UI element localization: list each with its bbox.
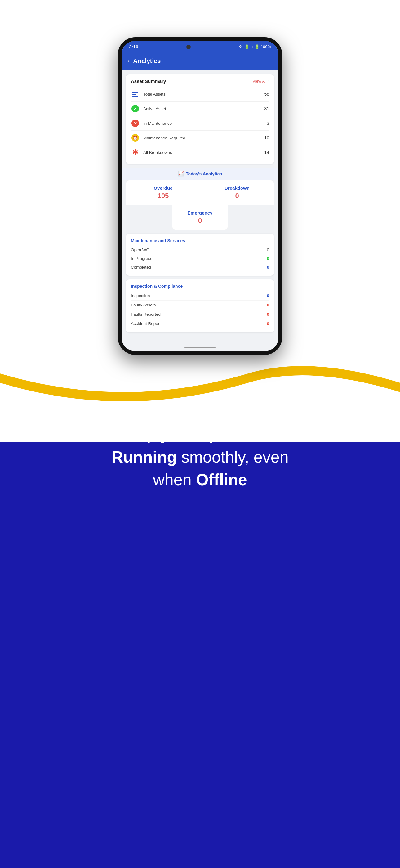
active-asset-label: Active Asset — [143, 106, 264, 111]
marketing-line2-bold: Running — [111, 448, 177, 466]
open-wo-label: Open WO — [131, 247, 149, 252]
maintenance-section: Maintenance and Services Open WO 0 In Pr… — [126, 234, 274, 276]
battery-percent: + 🔋 100% — [251, 44, 271, 49]
status-icons: ✈ 🔋 + 🔋 100% — [239, 44, 271, 49]
asset-summary-card: Asset Summary View All › — [126, 74, 274, 164]
emergency-card: Emergency 0 — [172, 205, 228, 230]
in-maintenance-label: In Maintenance — [143, 121, 267, 126]
total-assets-label: Total Assets — [143, 92, 264, 97]
list-icon — [131, 90, 139, 98]
in-progress-value: 0 — [267, 256, 269, 261]
maintenance-title: Maintenance and Services — [131, 238, 269, 243]
home-bar — [185, 347, 215, 348]
status-time: 2:10 — [129, 44, 138, 49]
breakdown-card: Breakdown 0 — [200, 180, 274, 205]
overdue-label: Overdue — [131, 185, 195, 191]
overdue-card: Overdue 105 — [126, 180, 200, 205]
insp-row-accident: Accident Report 0 — [131, 319, 269, 328]
in-progress-label: In Progress — [131, 256, 152, 261]
asterisk-icon: ✱ — [131, 148, 139, 157]
page-title: Analytics — [133, 57, 161, 65]
home-indicator — [122, 342, 278, 351]
inspection-value: 0 — [267, 293, 269, 298]
stats-grid: Overdue 105 Breakdown 0 — [126, 180, 274, 205]
asset-row-required: ⏰ Maintenance Required 10 — [131, 131, 269, 145]
emergency-label: Emergency — [182, 210, 218, 215]
active-asset-value: 31 — [264, 106, 269, 111]
asset-summary-title: Asset Summary — [131, 79, 166, 84]
marketing-line1-normal: Keep your — [119, 425, 197, 443]
marketing-text: Keep your Operations Running smoothly, e… — [111, 423, 288, 491]
insp-row-inspection: Inspection 0 — [131, 291, 269, 301]
completed-value: 0 — [267, 265, 269, 270]
inspection-label: Inspection — [131, 293, 150, 298]
maintenance-required-label: Maintenance Required — [143, 136, 264, 140]
maint-row-completed: Completed 0 — [131, 263, 269, 271]
x-icon: ✕ — [131, 119, 139, 128]
accident-report-label: Accident Report — [131, 321, 161, 326]
asset-row-maintenance: ✕ In Maintenance 3 — [131, 116, 269, 131]
marketing-line3-bold: Offline — [196, 471, 247, 489]
analytics-icon: 📈 — [178, 171, 184, 177]
insp-row-faults: Faults Reported 0 — [131, 310, 269, 319]
completed-label: Completed — [131, 265, 151, 270]
insp-row-faulty: Faulty Assets 0 — [131, 301, 269, 310]
check-icon: ✓ — [131, 104, 139, 113]
chevron-right-icon: › — [268, 79, 269, 84]
analytics-banner-label: Today's Analytics — [186, 172, 222, 176]
maint-row-open: Open WO 0 — [131, 246, 269, 254]
status-bar: 2:10 ✈ 🔋 + 🔋 100% — [122, 41, 278, 53]
overdue-value: 105 — [131, 192, 195, 200]
breakdown-label: Breakdown — [205, 185, 269, 191]
nav-bar: ‹ Analytics — [122, 53, 278, 70]
airplane-icon: ✈ — [239, 44, 242, 49]
breakdown-value: 0 — [205, 192, 269, 200]
camera-dot — [186, 45, 191, 49]
accident-report-value: 0 — [267, 321, 269, 326]
marketing-line2-normal: smoothly, even — [177, 448, 288, 466]
phone-frame: 2:10 ✈ 🔋 + 🔋 100% ‹ Analytics — [118, 37, 282, 355]
marketing-text-area: Keep your Operations Running smoothly, e… — [87, 404, 313, 516]
phone-screen: 2:10 ✈ 🔋 + 🔋 100% ‹ Analytics — [122, 41, 278, 351]
battery-icon: 🔋 — [244, 44, 249, 49]
asset-row-total: Total Assets 58 — [131, 87, 269, 101]
emergency-value: 0 — [182, 217, 218, 225]
marketing-line3-normal: when — [153, 471, 196, 489]
all-breakdowns-label: All Breakdowns — [143, 150, 264, 155]
analytics-banner: 📈 Today's Analytics — [122, 168, 278, 180]
asset-row-active: ✓ Active Asset 31 — [131, 101, 269, 116]
asset-row-breakdowns: ✱ All Breakdowns 14 — [131, 145, 269, 160]
faulty-assets-label: Faulty Assets — [131, 303, 156, 307]
faulty-assets-value: 0 — [267, 303, 269, 307]
lower-section: Keep your Operations Running smoothly, e… — [0, 355, 400, 868]
faults-reported-label: Faults Reported — [131, 312, 161, 317]
inspection-section: Inspection & Compliance Inspection 0 Fau… — [126, 279, 274, 333]
open-wo-value: 0 — [267, 247, 269, 252]
inspection-title: Inspection & Compliance — [131, 284, 269, 289]
faults-reported-value: 0 — [267, 312, 269, 317]
all-breakdowns-value: 14 — [264, 150, 269, 155]
clock-icon: ⏰ — [131, 133, 139, 142]
back-button[interactable]: ‹ — [128, 57, 130, 65]
in-maintenance-value: 3 — [267, 121, 269, 126]
maint-row-inprogress: In Progress 0 — [131, 254, 269, 263]
total-assets-value: 58 — [264, 92, 269, 97]
emergency-wrapper: Emergency 0 — [126, 205, 274, 230]
marketing-line1-bold: Operations — [197, 425, 282, 443]
main-content: Asset Summary View All › — [122, 74, 278, 342]
curve-decoration — [0, 355, 400, 404]
maintenance-required-value: 10 — [264, 135, 269, 140]
view-all-button[interactable]: View All › — [253, 79, 269, 84]
